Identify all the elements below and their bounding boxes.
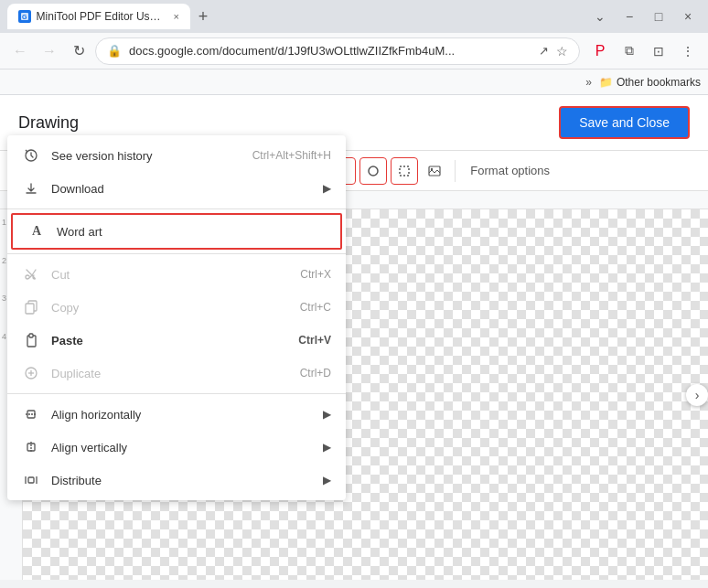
profile-icon[interactable]: ⊡: [646, 38, 671, 64]
align-vertically-label: Align vertically: [51, 441, 323, 454]
nav-icons: P ⧉ ⊡ ⋮: [587, 38, 701, 64]
tab-favicon: G: [18, 10, 31, 23]
bookmark-label: Other bookmarks: [617, 76, 701, 89]
minimize-button[interactable]: −: [617, 4, 642, 29]
bookmarks-chevron-icon: »: [585, 76, 592, 89]
share-icon[interactable]: ↗: [539, 44, 549, 58]
dropdown-overlay: See version history Ctrl+Alt+Shift+H Dow…: [0, 95, 708, 580]
word-art-icon: A: [27, 222, 46, 241]
tab-title: MiniTool PDF Editor User Guide: [37, 10, 165, 23]
version-history-icon: [22, 146, 40, 165]
menu-item-copy: Copy Ctrl+C: [7, 291, 346, 324]
menu-item-align-vertically[interactable]: Align vertically ▶: [7, 431, 346, 464]
menu-item-duplicate: Duplicate Ctrl+D: [7, 357, 346, 390]
active-tab[interactable]: G MiniTool PDF Editor User Guide ×: [7, 4, 190, 29]
extensions-icon[interactable]: ⧉: [617, 38, 642, 64]
window-controls: ⌄ − □ ×: [587, 4, 701, 29]
duplicate-shortcut: Ctrl+D: [300, 367, 331, 380]
refresh-button[interactable]: ↻: [66, 38, 91, 64]
nav-bar: ← → ↻ 🔒 docs.google.com/document/d/1J9fU…: [0, 33, 708, 69]
align-horizontally-icon: [22, 405, 40, 423]
svg-rect-22: [28, 477, 34, 483]
close-button[interactable]: ×: [675, 4, 701, 29]
title-bar: G MiniTool PDF Editor User Guide × + ⌄ −…: [0, 0, 708, 33]
svg-rect-10: [26, 304, 34, 314]
distribute-icon: [22, 471, 40, 489]
drawing-dialog: Drawing Save and Close Actions ▾ ↩ ↪ ☭ 🔍…: [0, 95, 708, 580]
actions-dropdown-menu: See version history Ctrl+Alt+Shift+H Dow…: [7, 135, 346, 500]
duplicate-label: Duplicate: [51, 367, 300, 380]
pinterest-icon[interactable]: P: [587, 38, 613, 64]
download-icon: [22, 179, 40, 198]
cut-label: Cut: [51, 268, 300, 282]
forward-button[interactable]: →: [37, 38, 62, 64]
new-tab-button[interactable]: +: [190, 4, 216, 29]
menu-item-version-history[interactable]: See version history Ctrl+Alt+Shift+H: [7, 139, 346, 172]
align-horizontally-arrow-icon: ▶: [323, 408, 331, 421]
folder-icon: 📁: [599, 76, 613, 89]
address-bar[interactable]: 🔒 docs.google.com/document/d/1J9fU3wOLtt…: [95, 37, 580, 65]
lock-icon: 🔒: [107, 44, 122, 58]
distribute-arrow-icon: ▶: [323, 474, 331, 486]
align-vertically-icon: [22, 438, 40, 456]
menu-item-cut: Cut Ctrl+X: [7, 258, 346, 291]
menu-item-align-horizontally[interactable]: Align horizontally ▶: [7, 398, 346, 431]
menu-item-word-art[interactable]: A Word art: [11, 213, 342, 250]
menu-item-paste[interactable]: Paste Ctrl+V: [7, 324, 346, 357]
cut-icon: [22, 265, 40, 283]
copy-shortcut: Ctrl+C: [300, 301, 331, 314]
menu-divider-2: [7, 253, 346, 254]
menu-divider-3: [7, 393, 346, 394]
bookmark-icon[interactable]: ☆: [556, 44, 568, 59]
browser-chrome: G MiniTool PDF Editor User Guide × + ⌄ −…: [0, 0, 708, 95]
url-text: docs.google.com/document/d/1J9fU3wOLttlw…: [129, 44, 531, 58]
menu-divider-1: [7, 208, 346, 209]
tab-close-button[interactable]: ×: [174, 11, 179, 22]
other-bookmarks[interactable]: 📁 Other bookmarks: [599, 76, 701, 89]
svg-rect-12: [29, 334, 33, 337]
back-button[interactable]: ←: [7, 38, 33, 64]
align-vertically-arrow-icon: ▶: [323, 441, 331, 454]
menu-item-distribute[interactable]: Distribute ▶: [7, 464, 346, 497]
bookmarks-bar: » 📁 Other bookmarks: [0, 69, 708, 95]
distribute-label: Distribute: [51, 474, 323, 487]
version-history-label: See version history: [51, 149, 252, 163]
paste-shortcut: Ctrl+V: [298, 334, 331, 347]
download-label: Download: [51, 182, 323, 196]
menu-item-download[interactable]: Download ▶: [7, 172, 346, 205]
download-arrow-icon: ▶: [323, 182, 331, 195]
svg-text:G: G: [22, 14, 27, 20]
duplicate-icon: [22, 364, 40, 382]
paste-label: Paste: [51, 334, 298, 347]
menu-icon[interactable]: ⋮: [675, 38, 701, 64]
version-history-shortcut: Ctrl+Alt+Shift+H: [252, 149, 331, 162]
maximize-button[interactable]: □: [646, 4, 671, 29]
paste-icon: [22, 331, 40, 349]
chevron-up-icon[interactable]: ⌄: [587, 4, 613, 29]
copy-label: Copy: [51, 301, 300, 315]
copy-icon: [22, 298, 40, 316]
cut-shortcut: Ctrl+X: [300, 268, 331, 281]
word-art-label: Word art: [57, 225, 326, 239]
align-horizontally-label: Align horizontally: [51, 408, 323, 422]
